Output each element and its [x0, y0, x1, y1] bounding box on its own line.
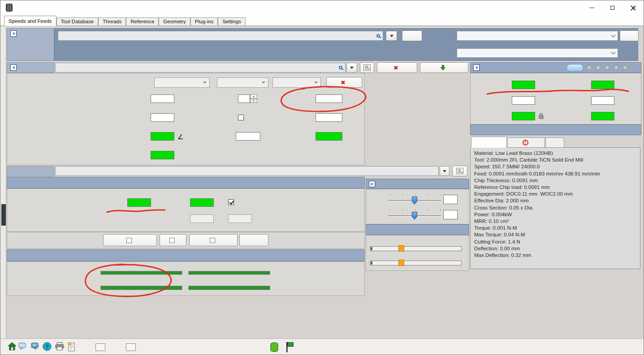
- tabstrip-divider: [0, 26, 644, 26]
- corner-rad-field[interactable]: [151, 113, 174, 122]
- lead-in-field[interactable]: [228, 214, 252, 223]
- flute-len-field[interactable]: [316, 113, 342, 122]
- home-icon[interactable]: [8, 342, 17, 351]
- saved-cut-list-button[interactable]: [452, 166, 467, 176]
- minimize-button[interactable]: [581, 0, 602, 15]
- tool-dropdown-button[interactable]: [346, 63, 357, 73]
- saved-cut-combo[interactable]: [55, 166, 439, 176]
- tool-type-select[interactable]: [154, 77, 210, 88]
- flutes-stepper[interactable]: ▲▼: [250, 94, 257, 103]
- f-value-field[interactable]: [443, 210, 458, 219]
- coating-select[interactable]: [272, 77, 321, 88]
- material-dropdown-button[interactable]: [386, 31, 397, 41]
- star-icon[interactable]: ★: [612, 63, 620, 72]
- deflection-slider-thumb[interactable]: [398, 245, 404, 252]
- main-tab[interactable]: Plug-ins: [190, 17, 218, 26]
- report-icon[interactable]: [68, 342, 75, 351]
- slot-pocket-checkbox[interactable]: [228, 199, 234, 205]
- reset-button[interactable]: ✖: [326, 77, 362, 88]
- circle-ramp-button[interactable]: [189, 234, 238, 246]
- collapse-workpiece-button[interactable]: »: [10, 30, 17, 37]
- flutes-field[interactable]: [238, 94, 250, 103]
- tip-dia-field[interactable]: [151, 94, 174, 103]
- shoulder-len-field[interactable]: [151, 151, 174, 159]
- tab-tool[interactable]: [545, 137, 564, 148]
- hsm-button[interactable]: [160, 234, 186, 246]
- feed-field[interactable]: [591, 81, 614, 89]
- saved-cut-dropdown-button[interactable]: [440, 166, 450, 176]
- search-icon: [339, 66, 342, 69]
- collapse-adjustments-button[interactable]: »: [369, 181, 375, 187]
- gages-body: [7, 261, 365, 296]
- edit-machine-button[interactable]: [620, 30, 639, 41]
- helix-angle-field[interactable]: [316, 132, 342, 141]
- tab-warnings[interactable]: [507, 137, 545, 148]
- load-tool-cut-button[interactable]: [420, 62, 468, 73]
- cut-badge[interactable]: [566, 64, 583, 72]
- tool-library-select[interactable]: [457, 48, 618, 58]
- stickout-field[interactable]: [316, 94, 342, 103]
- woc-percent-field[interactable]: [190, 214, 214, 223]
- tool-list-button[interactable]: [360, 62, 374, 73]
- gages-header: [7, 249, 365, 261]
- main-tab[interactable]: Threads: [98, 17, 126, 26]
- collapse-speeds-button[interactable]: »: [473, 64, 480, 71]
- plunge-feed-field[interactable]: [591, 112, 614, 120]
- scallop-button[interactable]: [239, 234, 268, 246]
- tool-torque-slider-thumb[interactable]: [398, 260, 404, 266]
- main-tab[interactable]: Reference: [126, 17, 159, 26]
- tool-combo[interactable]: [55, 63, 346, 73]
- star-icon[interactable]: ★: [594, 63, 602, 72]
- main-tab[interactable]: Speeds and Feeds: [4, 16, 56, 26]
- database-icon[interactable]: [269, 342, 279, 352]
- edit-new-button[interactable]: ✖: [377, 62, 417, 73]
- speed-field[interactable]: [512, 96, 535, 105]
- flag-icon[interactable]: [285, 342, 294, 352]
- stepper-down-icon[interactable]: ▼: [250, 99, 257, 103]
- mrr-gauge-bar: [100, 271, 182, 275]
- cutting-data-line: Effective Dia: 2.000 mm: [474, 197, 636, 204]
- warning-icon: [523, 140, 528, 145]
- cut-data-header: [7, 177, 365, 188]
- main-tab[interactable]: Tool Database: [56, 17, 99, 26]
- stepper-up-icon[interactable]: ▲: [250, 94, 257, 99]
- result-units-value[interactable]: [126, 343, 136, 351]
- maximize-button[interactable]: [602, 0, 622, 15]
- chip-thinning-button[interactable]: [103, 234, 157, 246]
- rpm-field[interactable]: [512, 81, 535, 89]
- machine-select[interactable]: [457, 31, 618, 41]
- lead-angle-field[interactable]: [151, 132, 174, 141]
- close-button[interactable]: [622, 0, 643, 15]
- maximize-icon: [610, 6, 614, 10]
- deflection-slider-fill: [371, 247, 372, 250]
- help-icon[interactable]: ?: [43, 342, 52, 351]
- forum-icon[interactable]: [18, 342, 28, 351]
- main-tab[interactable]: Geometry: [159, 17, 190, 26]
- print-icon[interactable]: [55, 342, 64, 351]
- chipload-field[interactable]: [591, 96, 614, 105]
- ball-nose-checkbox[interactable]: [238, 115, 244, 120]
- cut-data-body: [7, 188, 365, 232]
- s-value-field[interactable]: [443, 195, 458, 204]
- star-icon[interactable]: ★: [621, 63, 629, 72]
- checkbox-icon: [126, 238, 132, 243]
- material-combo[interactable]: [58, 31, 383, 41]
- input-units-value[interactable]: [95, 343, 105, 351]
- tool-material-select[interactable]: [217, 77, 268, 88]
- rating-stars[interactable]: ★★★★★: [585, 63, 629, 72]
- star-icon[interactable]: ★: [603, 63, 611, 72]
- collapse-tool-data-button[interactable]: »: [10, 64, 17, 71]
- collapsed-side-panel[interactable]: [0, 26, 6, 338]
- lock-icon[interactable]: [538, 112, 544, 120]
- star-icon[interactable]: ★: [585, 63, 593, 72]
- plunge-rpm-field[interactable]: [512, 112, 535, 120]
- green-down-arrow-icon: [441, 65, 445, 70]
- minimize-icon: [589, 8, 594, 8]
- more-button[interactable]: [402, 30, 422, 41]
- tab-cutting-data[interactable]: [471, 137, 507, 148]
- doc-field[interactable]: [127, 198, 151, 207]
- shank-dia-field[interactable]: [236, 132, 260, 141]
- feedback-icon[interactable]: [31, 342, 39, 351]
- woc-field[interactable]: [190, 198, 214, 207]
- main-tab[interactable]: Settings: [218, 17, 246, 26]
